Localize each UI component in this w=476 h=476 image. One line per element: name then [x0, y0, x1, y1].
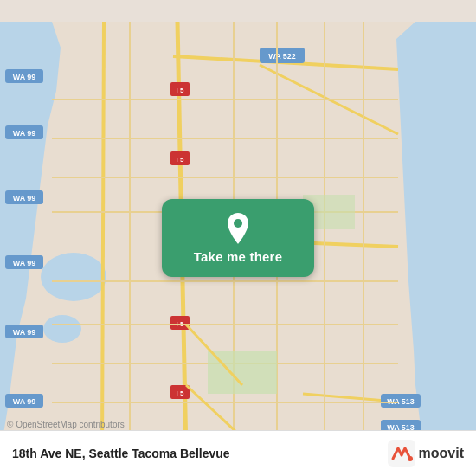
svg-text:WA 99: WA 99 [13, 397, 36, 406]
svg-text:WA 522: WA 522 [268, 52, 296, 61]
svg-point-2 [43, 315, 81, 343]
take-me-there-button[interactable]: Take me there [162, 199, 314, 277]
svg-point-58 [408, 456, 413, 461]
take-me-there-label: Take me there [194, 249, 282, 264]
address-info: 18th Ave NE, Seattle Tacoma Bellevue [12, 447, 230, 460]
moovit-name: moovit [419, 446, 464, 461]
moovit-logo: moovit [388, 440, 464, 467]
moovit-logo-icon [388, 440, 415, 467]
svg-point-56 [234, 219, 242, 228]
location-pin-icon [222, 213, 254, 244]
svg-text:I 5: I 5 [177, 87, 184, 94]
svg-text:WA 99: WA 99 [13, 194, 36, 203]
svg-text:WA 99: WA 99 [13, 328, 36, 337]
bottom-bar: 18th Ave NE, Seattle Tacoma Bellevue moo… [0, 430, 476, 476]
svg-text:I 5: I 5 [177, 156, 184, 164]
svg-text:WA 99: WA 99 [13, 259, 36, 267]
copyright-text: © OpenStreetMap contributors [7, 420, 125, 429]
address-text: 18th Ave NE, Seattle Tacoma Bellevue [12, 447, 230, 460]
svg-line-17 [102, 22, 104, 454]
svg-point-1 [41, 253, 106, 301]
svg-text:WA 99: WA 99 [13, 129, 36, 138]
svg-rect-52 [208, 351, 277, 394]
svg-text:WA 99: WA 99 [13, 73, 36, 81]
map-container: WA 522 I 5 I 5 I 5 I 5 I 5 WA 99 WA 99 W… [0, 0, 476, 476]
svg-text:I 5: I 5 [177, 389, 184, 397]
